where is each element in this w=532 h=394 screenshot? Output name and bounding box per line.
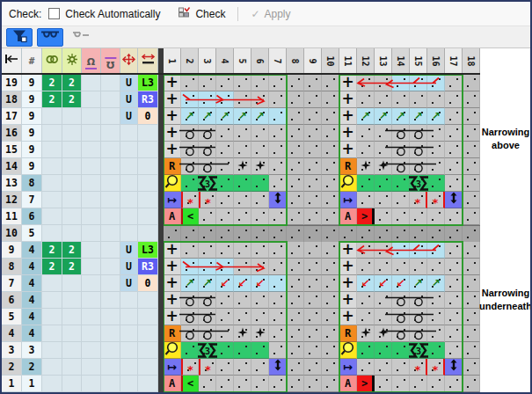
grid-cell-r4c7[interactable] [269, 325, 287, 342]
grid-cell-r12c4[interactable] [216, 192, 234, 208]
narrow-stitches-left[interactable]: 2 [42, 75, 62, 91]
u-flag[interactable]: U [120, 91, 138, 108]
grid-cell-r2c14[interactable] [392, 359, 410, 376]
narrow-stitches-right[interactable]: 2 [62, 259, 82, 275]
grid-cell-r13c4[interactable] [216, 175, 234, 192]
narrow-stitches-left[interactable] [42, 125, 62, 142]
grid-cell-r9c13[interactable] [375, 242, 392, 259]
grid-cell-r8c9[interactable] [304, 259, 322, 275]
grid-column-header-15[interactable]: 15 [410, 48, 427, 73]
grid-column-header-1[interactable]: 1 [164, 48, 181, 73]
grid-cell-r12c18[interactable] [463, 192, 480, 208]
shift-value[interactable] [138, 225, 158, 242]
grid-cell-r14c8[interactable] [287, 158, 304, 175]
shift-value[interactable] [138, 309, 158, 325]
grid-cell-r9c9[interactable] [304, 242, 322, 259]
narrow-stitches-right[interactable]: 2 [62, 91, 82, 108]
grid-cell-r13c2[interactable] [181, 175, 199, 192]
stitch-count[interactable]: 1 [22, 376, 42, 392]
grid-cell-r4c3[interactable] [199, 325, 216, 342]
u-flag[interactable] [120, 158, 138, 175]
grid-cell-r8c14[interactable] [392, 259, 410, 275]
grid-cell-r13c7[interactable] [269, 175, 287, 192]
grid-cell-r19c18[interactable] [463, 75, 480, 91]
grid-cell-r7c14[interactable]: ↙ [392, 275, 410, 292]
shift-value[interactable]: 0 [138, 108, 158, 125]
narrow-stitches-right[interactable] [62, 225, 82, 242]
grid-cell-r18c8[interactable] [287, 91, 304, 108]
grid-cell-r5c4[interactable] [216, 309, 234, 325]
shift-value[interactable] [138, 342, 158, 359]
grid-cell-r11c5[interactable] [234, 208, 251, 225]
grid-cell-r8c12[interactable] [357, 259, 375, 275]
narrow-stitches-left[interactable]: 2 [42, 259, 62, 275]
grid-cell-r2c10[interactable] [322, 359, 339, 376]
grid-cell-r7c7[interactable] [269, 275, 287, 292]
grid-cell-r16c6[interactable] [251, 125, 269, 142]
grid-cell-r5c3[interactable] [199, 309, 216, 325]
grid-cell-r16c5[interactable] [234, 125, 251, 142]
grid-cell-r4c8[interactable] [287, 325, 304, 342]
stitch-count[interactable]: 7 [22, 192, 42, 208]
grid-cell-r14c16[interactable] [427, 158, 445, 175]
grid-cell-r15c16[interactable] [427, 142, 445, 158]
grid-cell-r15c6[interactable] [251, 142, 269, 158]
loop-cell-left[interactable] [82, 75, 101, 91]
grid-cell-r15c8[interactable] [287, 142, 304, 158]
stitch-count[interactable]: 6 [22, 208, 42, 225]
grid-cell-r16c10[interactable] [322, 125, 339, 142]
grid-cell-r14c7[interactable] [269, 158, 287, 175]
grid-cell-r1c9[interactable] [304, 376, 322, 392]
grid-cell-r9c16[interactable] [427, 242, 445, 259]
grid-cell-r2c5[interactable] [234, 359, 251, 376]
grid-cell-r13c3[interactable] [199, 175, 216, 192]
narrow-stitches-left[interactable] [42, 359, 62, 376]
grid-cell-r5c16[interactable] [427, 309, 445, 325]
grid-cell-r4c6[interactable] [251, 325, 269, 342]
u-flag[interactable] [120, 325, 138, 342]
grid-cell-r8c15[interactable] [410, 259, 427, 275]
grid-cell-r11c11[interactable]: A [339, 208, 357, 225]
grid-cell-r6c13[interactable] [375, 292, 392, 309]
grid-cell-r9c6[interactable] [251, 242, 269, 259]
grid-cell-r4c15[interactable] [410, 325, 427, 342]
grid-cell-r11c9[interactable] [304, 208, 322, 225]
loop-cell-left[interactable] [82, 376, 101, 392]
grid-cell-r12c5[interactable] [234, 192, 251, 208]
grid-cell-r19c5[interactable] [234, 75, 251, 91]
shift-value[interactable]: R3 [138, 259, 158, 275]
grid-cell-r14c17[interactable] [445, 158, 463, 175]
grid-cell-r6c5[interactable] [234, 292, 251, 309]
grid-cell-r11c6[interactable] [251, 208, 269, 225]
grid-cell-r15c9[interactable] [304, 142, 322, 158]
grid-cell-r8c3[interactable] [199, 259, 216, 275]
shift-value[interactable] [138, 175, 158, 192]
grid-cell-r5c15[interactable] [410, 309, 427, 325]
check-automatically-label[interactable]: Check Automatically [65, 8, 160, 20]
stitch-count[interactable]: 5 [22, 225, 42, 242]
grid-column-header-8[interactable]: 8 [287, 48, 304, 73]
grid-cell-r3c4[interactable] [216, 342, 234, 359]
stitch-count[interactable]: 9 [22, 158, 42, 175]
u-flag[interactable]: U [120, 242, 138, 259]
grid-cell-r5c13[interactable] [375, 309, 392, 325]
grid-cell-r12c6[interactable] [251, 192, 269, 208]
narrow-stitches-left[interactable]: 2 [42, 242, 62, 259]
grid-cell-r6c3[interactable] [199, 292, 216, 309]
grid-cell-r13c6[interactable] [251, 175, 269, 192]
stitch-count[interactable]: 3 [22, 342, 42, 359]
grid-cell-r5c8[interactable] [287, 309, 304, 325]
grid-cell-r19c10[interactable] [322, 75, 339, 91]
grid-cell-r2c4[interactable] [216, 359, 234, 376]
narrow-stitches-left[interactable] [42, 225, 62, 242]
grid-cell-r13c1[interactable] [164, 175, 181, 192]
loop-cell-left[interactable] [82, 225, 101, 242]
grid-cell-r17c10[interactable] [322, 108, 339, 125]
grid-cell-r9c18[interactable] [463, 242, 480, 259]
grid-column-header-9[interactable]: 9 [304, 48, 322, 73]
u-flag[interactable] [120, 192, 138, 208]
grid-cell-r17c5[interactable]: ↗ [234, 108, 251, 125]
grid-cell-r19c12[interactable] [357, 75, 375, 91]
grid-cell-r15c10[interactable] [322, 142, 339, 158]
grid-cell-r4c12[interactable] [357, 325, 375, 342]
